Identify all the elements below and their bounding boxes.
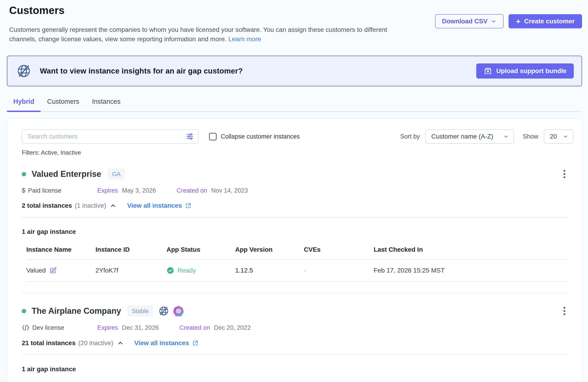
create-customer-label: Create customer xyxy=(524,18,575,25)
chevron-down-icon xyxy=(491,18,497,24)
show-select[interactable]: 20 xyxy=(544,129,574,144)
table-row: Valued 2YfoK7f Ready 1.12.5 - Feb 1 xyxy=(26,260,567,282)
channel-badge: GA xyxy=(108,169,125,180)
created-on-value: Nov 14, 2023 xyxy=(211,187,248,194)
tab-instances[interactable]: Instances xyxy=(86,98,127,111)
airgap-banner: Want to view instance insights for an ai… xyxy=(7,56,582,86)
show-value: 20 xyxy=(550,133,557,140)
code-icon xyxy=(22,324,30,332)
expires-pair: Expires Dec 31, 2026 xyxy=(97,324,159,331)
customer-name[interactable]: The Airplane Company xyxy=(32,306,121,316)
airgap-section-title: 1 air gap instance xyxy=(22,228,574,235)
customers-panel: Collapse customer instances Sort by Cust… xyxy=(7,119,582,382)
last-checked-in: Feb 17, 2026 15:25 MST xyxy=(374,267,567,274)
instances-table: Instance Name Instance ID App Status App… xyxy=(26,241,567,282)
expires-pair: Expires May 3, 2026 xyxy=(97,187,156,194)
page-description-line2: channels, change license values, view so… xyxy=(9,36,227,42)
learn-more-link[interactable]: Learn more xyxy=(228,36,261,42)
tab-hybrid[interactable]: Hybrid xyxy=(7,98,41,111)
page-header: Customers Customers generally represent … xyxy=(0,0,588,44)
check-circle-icon xyxy=(167,267,174,274)
filter-sliders-icon[interactable] xyxy=(186,132,194,141)
view-all-instances-link[interactable]: View all instances xyxy=(127,202,191,209)
total-instances: 2 total instances xyxy=(22,202,72,209)
edit-icon[interactable] xyxy=(49,267,57,274)
active-status-dot xyxy=(22,309,26,313)
created-on-label: Created on xyxy=(179,324,210,331)
collapse-instances-checkbox[interactable] xyxy=(209,133,217,140)
divider xyxy=(22,355,569,355)
sort-by-value: Customer name (A-Z) xyxy=(431,133,493,140)
created-on-value: Dec 20, 2022 xyxy=(214,324,251,331)
plus-icon: + xyxy=(516,17,521,25)
instances-table-header: Instance Name Instance ID App Status App… xyxy=(26,241,567,260)
airgap-globe-icon xyxy=(158,306,169,316)
collapse-instances-label: Collapse customer instances xyxy=(221,133,300,140)
toolbar: Collapse customer instances Sort by Cust… xyxy=(22,129,574,144)
created-on-label: Created on xyxy=(177,187,207,194)
page-description-line1: Customers generally represent the compan… xyxy=(9,26,387,33)
kubernetes-icon: ☸ xyxy=(173,306,184,316)
create-customer-button[interactable]: + Create customer xyxy=(508,14,582,28)
tab-bar: Hybrid Customers Instances xyxy=(7,98,582,112)
upload-support-bundle-label: Upload support bundle xyxy=(496,67,567,75)
kebab-menu-icon[interactable] xyxy=(562,305,567,317)
instances-table: Instance Name Instance ID App Status App… xyxy=(26,378,567,382)
collapse-caret-icon[interactable] xyxy=(117,340,124,346)
airgap-section-title: 1 air gap instance xyxy=(22,365,574,373)
instances-summary-row: 2 total instances (1 inactive) View all … xyxy=(22,202,574,209)
search-wrap xyxy=(22,129,199,144)
instance-name: Valued xyxy=(26,267,46,274)
customer-name[interactable]: Valued Enterprise xyxy=(32,169,101,179)
created-pair: Created on Dec 20, 2022 xyxy=(179,324,251,331)
download-csv-button[interactable]: Download CSV xyxy=(435,14,504,28)
license-type-label: Dev license xyxy=(32,324,64,331)
filters-note: Filters: Active, Inactive xyxy=(22,149,574,156)
search-input[interactable] xyxy=(22,129,199,144)
download-csv-label: Download CSV xyxy=(442,18,487,25)
kebab-menu-icon[interactable] xyxy=(562,168,567,180)
divider xyxy=(22,217,569,218)
show-label: Show xyxy=(523,133,538,140)
chevron-down-icon xyxy=(503,133,509,139)
app-status: Ready xyxy=(177,267,196,274)
chevron-down-icon xyxy=(563,133,568,139)
collapse-caret-icon[interactable] xyxy=(110,202,117,209)
total-instances: 21 total instances xyxy=(22,340,76,347)
view-all-instances-label: View all instances xyxy=(134,340,189,347)
header-actions: Download CSV + Create customer xyxy=(435,14,582,28)
sort-by-select[interactable]: Customer name (A-Z) xyxy=(425,129,514,144)
created-pair: Created on Nov 14, 2023 xyxy=(177,187,248,194)
airgap-globe-icon xyxy=(17,64,31,78)
instances-table-header: Instance Name Instance ID App Status App… xyxy=(26,378,567,382)
active-status-dot xyxy=(22,172,26,176)
license-type-label: Paid license xyxy=(28,187,62,194)
customer-type-icons: ☸ xyxy=(158,306,184,316)
customer-heading-row: Valued Enterprise GA xyxy=(22,168,574,180)
upload-icon xyxy=(483,67,492,75)
customer-card-airplane-company: The Airplane Company Stable ☸ xyxy=(22,293,574,382)
external-link-icon xyxy=(185,202,192,209)
col-instance-name: Instance Name xyxy=(26,246,95,253)
dollar-icon: $ xyxy=(22,187,25,194)
sort-by-label: Sort by xyxy=(400,133,420,140)
page-description: Customers generally represent the compan… xyxy=(9,25,428,44)
customer-card-valued-enterprise: Valued Enterprise GA $ Paid license Expi… xyxy=(22,156,574,282)
expires-value: May 3, 2026 xyxy=(122,187,156,194)
license-type: $ Paid license xyxy=(22,187,97,194)
upload-support-bundle-button[interactable]: Upload support bundle xyxy=(476,64,574,79)
col-app-version: App Version xyxy=(235,246,304,253)
tab-customers[interactable]: Customers xyxy=(41,98,86,111)
col-instance-id: Instance ID xyxy=(95,246,167,253)
external-link-icon xyxy=(192,340,199,346)
cves: - xyxy=(304,267,374,274)
collapse-instances-control[interactable]: Collapse customer instances xyxy=(209,133,300,140)
expires-label: Expires xyxy=(97,187,118,194)
customer-meta-row: Dev license Expires Dec 31, 2026 Created… xyxy=(22,324,574,332)
expires-value: Dec 31, 2026 xyxy=(122,324,159,331)
inactive-instances-note: (20 inactive) xyxy=(78,340,113,347)
app-version: 1.12.5 xyxy=(235,267,304,274)
view-all-instances-link[interactable]: View all instances xyxy=(134,340,199,347)
instances-summary-row: 21 total instances (20 inactive) View al… xyxy=(22,340,574,347)
license-type: Dev license xyxy=(22,324,97,332)
